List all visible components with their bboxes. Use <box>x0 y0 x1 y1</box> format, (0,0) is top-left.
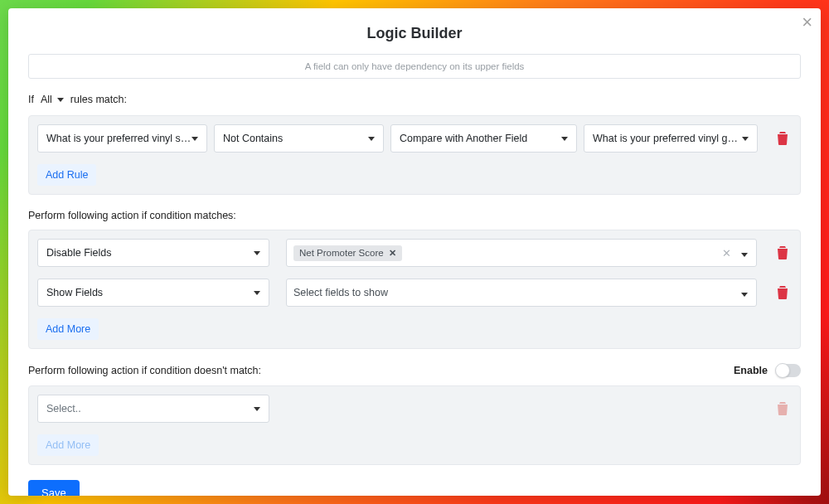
caret-down-icon <box>742 137 749 141</box>
close-icon[interactable]: × <box>802 13 812 32</box>
remove-tag-icon[interactable]: ✕ <box>389 248 396 259</box>
dependency-info: A field can only have dependency on its … <box>28 54 801 79</box>
caret-down-icon <box>368 137 375 141</box>
rules-panel: What is your preferred vinyl size? Not C… <box>28 115 801 195</box>
add-rule-button[interactable]: Add Rule <box>37 164 96 186</box>
dropdown-icon[interactable] <box>739 247 751 259</box>
match-mode-value: All <box>41 94 52 105</box>
caret-down-icon <box>57 98 64 102</box>
caret-down-icon <box>561 137 568 141</box>
delete-rule-button[interactable] <box>773 129 792 148</box>
selected-tag: Net Promoter Score ✕ <box>293 245 402 261</box>
delete-action-button[interactable] <box>773 284 792 302</box>
action-target-multiselect[interactable]: Net Promoter Score ✕ ✕ <box>286 239 757 267</box>
dropdown-icon[interactable] <box>739 287 751 299</box>
if-prefix: If <box>28 94 34 105</box>
save-button[interactable]: Save <box>28 480 80 496</box>
logic-builder-modal: × Logic Builder A field can only have de… <box>8 8 821 496</box>
action-type-select[interactable]: Show Fields <box>37 279 269 307</box>
rule-row: What is your preferred vinyl size? Not C… <box>37 124 792 153</box>
modal-title: Logic Builder <box>28 25 801 42</box>
action-row: Select.. <box>37 395 792 423</box>
match-mode-select[interactable]: All <box>39 92 65 107</box>
tag-label: Net Promoter Score <box>299 248 384 258</box>
delete-action-button[interactable] <box>773 244 792 262</box>
match-label: Perform following action if condition ma… <box>28 210 801 221</box>
action-type-value: Show Fields <box>46 287 103 298</box>
rule-field-select[interactable]: What is your preferred vinyl size? <box>37 124 207 153</box>
rule-compare-field-value: What is your preferred vinyl genre? <box>593 133 742 144</box>
match-actions-panel: Disable Fields Net Promoter Score ✕ ✕ <box>28 230 801 349</box>
action-row: Show Fields Select fields to show <box>37 279 792 307</box>
action-target-multiselect[interactable]: Select fields to show <box>286 279 757 307</box>
enable-label: Enable <box>734 365 768 376</box>
else-actions-panel: Select.. Add More <box>28 385 801 465</box>
add-action-button[interactable]: Add More <box>37 318 99 340</box>
else-action-placeholder: Select.. <box>46 403 81 414</box>
rule-compare-type-value: Compare with Another Field <box>400 133 527 144</box>
add-else-action-button: Add More <box>37 434 99 456</box>
rule-field-value: What is your preferred vinyl size? <box>46 133 191 144</box>
caret-down-icon <box>254 407 260 411</box>
rule-compare-field-select[interactable]: What is your preferred vinyl genre? <box>584 124 758 153</box>
action-type-select[interactable]: Disable Fields <box>37 239 269 267</box>
caret-down-icon <box>254 251 260 255</box>
clear-selection-icon[interactable]: ✕ <box>719 247 734 259</box>
action-type-value: Disable Fields <box>46 247 112 259</box>
target-placeholder: Select fields to show <box>293 287 388 298</box>
caret-down-icon <box>191 137 198 141</box>
rule-operator-select[interactable]: Not Contains <box>214 124 384 153</box>
else-label: Perform following action if condition do… <box>28 365 261 376</box>
rule-operator-value: Not Contains <box>223 133 283 144</box>
caret-down-icon <box>254 291 260 295</box>
if-suffix: rules match: <box>70 94 127 105</box>
if-row: If All rules match: <box>28 92 801 107</box>
else-action-type-select[interactable]: Select.. <box>37 395 269 423</box>
enable-else-toggle[interactable] <box>776 364 801 377</box>
rule-compare-type-select[interactable]: Compare with Another Field <box>390 124 577 153</box>
action-row: Disable Fields Net Promoter Score ✕ ✕ <box>37 239 792 267</box>
delete-else-action-button[interactable] <box>773 400 792 418</box>
